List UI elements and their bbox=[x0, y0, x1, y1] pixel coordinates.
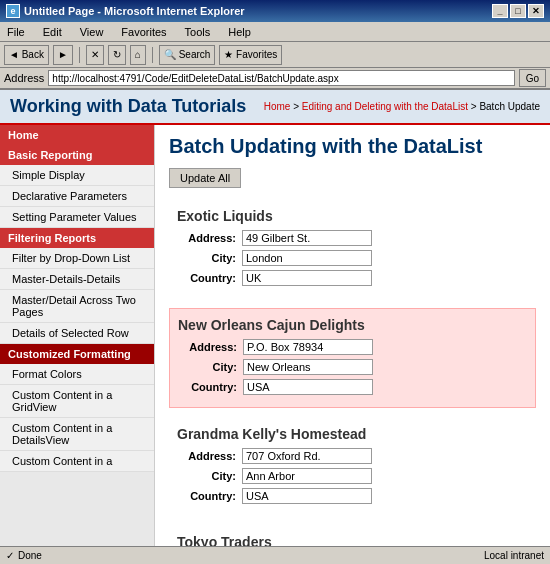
city-input-2[interactable] bbox=[243, 359, 373, 375]
sidebar-section-customized-formatting[interactable]: Customized Formatting bbox=[0, 344, 154, 364]
sidebar-section-basic-reporting[interactable]: Basic Reporting bbox=[0, 145, 154, 165]
minimize-button[interactable]: _ bbox=[492, 4, 508, 18]
status-text: Done bbox=[18, 550, 42, 561]
status-icon: ✓ bbox=[6, 550, 14, 561]
menu-favorites[interactable]: Favorites bbox=[118, 26, 169, 38]
address-input-1[interactable] bbox=[242, 230, 372, 246]
sidebar: Home Basic Reporting Simple Display Decl… bbox=[0, 125, 155, 546]
field-row-address-2: Address: bbox=[178, 339, 527, 355]
status-zone: Local intranet bbox=[484, 550, 544, 561]
content-area: Batch Updating with the DataList Update … bbox=[155, 125, 550, 546]
address-label-2: Address: bbox=[178, 341, 243, 353]
company-name-2: New Orleans Cajun Delights bbox=[178, 317, 527, 333]
company-name-4: Tokyo Traders bbox=[177, 534, 528, 546]
address-input[interactable] bbox=[48, 70, 514, 86]
address-input-2[interactable] bbox=[243, 339, 373, 355]
address-bar: Address Go bbox=[0, 68, 550, 90]
field-row-address-1: Address: bbox=[177, 230, 528, 246]
main-layout: Home Basic Reporting Simple Display Decl… bbox=[0, 125, 550, 546]
sidebar-item-custom-content-other[interactable]: Custom Content in a bbox=[0, 451, 154, 472]
toolbar-separator-2 bbox=[152, 47, 153, 63]
datalist-item-3: Grandma Kelly's Homestead Address: City:… bbox=[169, 418, 536, 516]
country-input-3[interactable] bbox=[242, 488, 372, 504]
city-input-3[interactable] bbox=[242, 468, 372, 484]
menu-file[interactable]: File bbox=[4, 26, 28, 38]
field-row-city-1: City: bbox=[177, 250, 528, 266]
page-title: Batch Updating with the DataList bbox=[169, 135, 536, 158]
address-label-3: Address: bbox=[177, 450, 242, 462]
country-input-2[interactable] bbox=[243, 379, 373, 395]
address-input-3[interactable] bbox=[242, 448, 372, 464]
title-bar: e Untitled Page - Microsoft Internet Exp… bbox=[0, 0, 550, 22]
go-button[interactable]: Go bbox=[519, 69, 546, 87]
sidebar-item-custom-content-gridview[interactable]: Custom Content in a GridView bbox=[0, 385, 154, 418]
maximize-button[interactable]: □ bbox=[510, 4, 526, 18]
breadcrumb: Home > Editing and Deleting with the Dat… bbox=[264, 101, 540, 112]
menu-tools[interactable]: Tools bbox=[182, 26, 214, 38]
breadcrumb-current: Batch Update bbox=[479, 101, 540, 112]
field-row-city-2: City: bbox=[178, 359, 527, 375]
country-label-1: Country: bbox=[177, 272, 242, 284]
city-label-1: City: bbox=[177, 252, 242, 264]
datalist-item-4: Tokyo Traders Address: City: bbox=[169, 526, 536, 546]
address-label: Address bbox=[4, 72, 44, 84]
favorites-button[interactable]: ★ Favorites bbox=[219, 45, 282, 65]
sidebar-item-filter-dropdown[interactable]: Filter by Drop-Down List bbox=[0, 248, 154, 269]
field-row-country-2: Country: bbox=[178, 379, 527, 395]
city-label-3: City: bbox=[177, 470, 242, 482]
forward-button[interactable]: ► bbox=[53, 45, 73, 65]
window-icon: e bbox=[6, 4, 20, 18]
menu-edit[interactable]: Edit bbox=[40, 26, 65, 38]
menu-help[interactable]: Help bbox=[225, 26, 254, 38]
country-label-2: Country: bbox=[178, 381, 243, 393]
sidebar-item-master-detail-across[interactable]: Master/Detail Across Two Pages bbox=[0, 290, 154, 323]
menu-bar: File Edit View Favorites Tools Help bbox=[0, 22, 550, 42]
datalist-item-2: New Orleans Cajun Delights Address: City… bbox=[169, 308, 536, 408]
address-label-1: Address: bbox=[177, 232, 242, 244]
update-all-button[interactable]: Update All bbox=[169, 168, 241, 188]
menu-view[interactable]: View bbox=[77, 26, 107, 38]
sidebar-item-setting-parameter-values[interactable]: Setting Parameter Values bbox=[0, 207, 154, 228]
back-button[interactable]: ◄ Back bbox=[4, 45, 49, 65]
site-title: Working with Data Tutorials bbox=[10, 96, 246, 117]
sidebar-item-format-colors[interactable]: Format Colors bbox=[0, 364, 154, 385]
status-bar: ✓ Done Local intranet bbox=[0, 546, 550, 564]
window-title: Untitled Page - Microsoft Internet Explo… bbox=[24, 5, 245, 17]
close-button[interactable]: ✕ bbox=[528, 4, 544, 18]
page-header: Working with Data Tutorials Home > Editi… bbox=[0, 90, 550, 125]
toolbar-separator bbox=[79, 47, 80, 63]
country-input-1[interactable] bbox=[242, 270, 372, 286]
city-label-2: City: bbox=[178, 361, 243, 373]
sidebar-item-declarative-parameters[interactable]: Declarative Parameters bbox=[0, 186, 154, 207]
toolbar: ◄ Back ► ✕ ↻ ⌂ 🔍 Search ★ Favorites bbox=[0, 42, 550, 68]
field-row-address-3: Address: bbox=[177, 448, 528, 464]
home-button[interactable]: ⌂ bbox=[130, 45, 146, 65]
field-row-country-3: Country: bbox=[177, 488, 528, 504]
stop-button[interactable]: ✕ bbox=[86, 45, 104, 65]
sidebar-item-details-selected-row[interactable]: Details of Selected Row bbox=[0, 323, 154, 344]
field-row-city-3: City: bbox=[177, 468, 528, 484]
field-row-country-1: Country: bbox=[177, 270, 528, 286]
company-name-1: Exotic Liquids bbox=[177, 208, 528, 224]
search-button[interactable]: 🔍 Search bbox=[159, 45, 215, 65]
refresh-button[interactable]: ↻ bbox=[108, 45, 126, 65]
browser-content: Working with Data Tutorials Home > Editi… bbox=[0, 90, 550, 546]
sidebar-item-custom-content-detailsview[interactable]: Custom Content in a DetailsView bbox=[0, 418, 154, 451]
sidebar-item-simple-display[interactable]: Simple Display bbox=[0, 165, 154, 186]
city-input-1[interactable] bbox=[242, 250, 372, 266]
sidebar-section-filtering-reports[interactable]: Filtering Reports bbox=[0, 228, 154, 248]
sidebar-home[interactable]: Home bbox=[0, 125, 154, 145]
sidebar-item-master-details-details[interactable]: Master-Details-Details bbox=[0, 269, 154, 290]
country-label-3: Country: bbox=[177, 490, 242, 502]
company-name-3: Grandma Kelly's Homestead bbox=[177, 426, 528, 442]
breadcrumb-section[interactable]: Editing and Deleting with the DataList bbox=[302, 101, 468, 112]
datalist-item-1: Exotic Liquids Address: City: Country: bbox=[169, 200, 536, 298]
breadcrumb-home[interactable]: Home bbox=[264, 101, 291, 112]
